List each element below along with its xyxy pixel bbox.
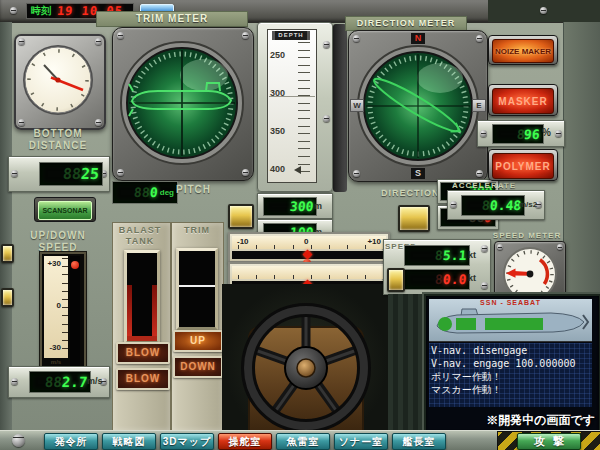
- center-divider-strip: [333, 24, 347, 192]
- speed-target-unit: kt: [468, 273, 476, 283]
- depth-target-marker: [294, 166, 301, 174]
- bottom-distance-title: BOTTOM DISTANCE: [8, 128, 108, 152]
- depth-tick-400: 400: [270, 164, 294, 174]
- noize-maker-button[interactable]: NOIZE MAKER: [488, 35, 558, 65]
- submarine-diagram: SSN - SEABAT: [429, 299, 592, 342]
- ballast-title-line1: BALAST: [114, 225, 166, 236]
- updown-speed-gauge: +30 0 -30 m/s: [40, 252, 86, 376]
- trim-meter-scope: [118, 39, 246, 167]
- bottom-distance-title-line2: DISTANCE: [8, 140, 108, 152]
- percent-value: 96: [524, 127, 541, 142]
- screw: [476, 35, 483, 42]
- attack-button-label: 攻撃: [534, 435, 572, 447]
- bottom-distance-panel: 8825: [8, 156, 110, 192]
- speed-target-value: 0.0: [442, 272, 467, 287]
- nav-tab-label: ソナー室: [339, 436, 383, 447]
- screw: [323, 41, 330, 48]
- pitch-label: PITCH: [176, 184, 226, 196]
- log-line: ポリマー作動！: [431, 370, 590, 383]
- accelerate-lcd: 80.48: [461, 195, 525, 216]
- pitch-unit: deg: [160, 188, 174, 197]
- accelerate-panel: 80.48 m/s2: [447, 190, 545, 220]
- screw: [12, 434, 25, 447]
- trim-up-button[interactable]: UP: [173, 330, 223, 352]
- depth-set-button[interactable]: [228, 204, 254, 229]
- speed-set-button[interactable]: [387, 268, 405, 292]
- compass-s: S: [415, 168, 421, 178]
- nav-tab-captain-room[interactable]: 艦長室: [392, 433, 446, 450]
- nav-tab-label: 操舵室: [229, 436, 262, 447]
- steering-wheel[interactable]: [222, 284, 390, 430]
- depth-tick-300: 300: [270, 88, 294, 98]
- scansonar-button[interactable]: SCANSONAR: [34, 197, 96, 222]
- screw: [323, 115, 330, 122]
- depth-scale: DEPTH 250 300 350 400: [267, 29, 317, 183]
- top-bar: 時刻 19 10 05 REAL: [0, 0, 600, 23]
- message-log[interactable]: V-nav. disengage V-nav. engage 100.00000…: [429, 343, 592, 407]
- wheel-area: [222, 284, 390, 430]
- accelerate-unit: m/s2: [519, 200, 537, 209]
- nav-tab-3d-map[interactable]: 3Dマップ: [160, 433, 214, 450]
- attack-button[interactable]: 攻撃: [517, 433, 581, 450]
- updown-speed-unit: m/s: [87, 376, 103, 386]
- depth-current-lcd: 300: [263, 197, 317, 216]
- screw: [11, 170, 18, 177]
- percent-unit: %: [542, 127, 551, 138]
- updown-title-line1: UP/DOWN: [8, 230, 108, 242]
- compass-n: N: [415, 33, 422, 43]
- noize-maker-label: NOIZE MAKER: [495, 47, 551, 56]
- updown-indicator: [71, 261, 79, 269]
- console-side-panel: [388, 294, 424, 430]
- polymer-button[interactable]: POLYMER: [488, 149, 558, 181]
- screw: [450, 201, 457, 208]
- screw: [353, 170, 360, 177]
- bottom-nav-bar: 発令所 戦略図 3Dマップ 操舵室 魚雷室 ソナー室 艦長室 攻撃: [0, 430, 600, 450]
- blow-button-2[interactable]: BLOW: [116, 368, 170, 390]
- time-label: 時刻: [31, 4, 51, 18]
- updown-scale-bottom: -30: [44, 343, 61, 352]
- compass-e-tab: E: [472, 99, 486, 112]
- updown-scale-unit: m/s: [44, 359, 68, 365]
- nav-tab-helm-room[interactable]: 操舵室: [218, 433, 272, 450]
- screw: [480, 130, 487, 137]
- depth-current-unit: m: [314, 201, 322, 211]
- screw: [18, 119, 25, 126]
- compass-w-tab: W: [350, 99, 364, 112]
- screw: [353, 35, 360, 42]
- nav-tab-label: 発令所: [55, 436, 88, 447]
- screw: [117, 32, 124, 39]
- masker-button[interactable]: MASKER: [488, 84, 558, 116]
- submarine-side-view: [431, 307, 591, 339]
- updown-speed-lcd: 882.7: [29, 371, 91, 393]
- message-console: SSN - SEABAT V-nav. disengage V-nav. eng…: [424, 294, 600, 434]
- blow-button-1[interactable]: BLOW: [116, 342, 170, 364]
- nav-tab-sonar-room[interactable]: ソナー室: [334, 433, 388, 450]
- speed-current-unit: kt: [468, 250, 476, 260]
- nav-tab-torpedo-room[interactable]: 魚雷室: [276, 433, 330, 450]
- analog-clock: [20, 42, 96, 118]
- trim-meter-title: TRIM METER: [96, 11, 248, 27]
- screw: [117, 169, 124, 176]
- screw: [242, 169, 249, 176]
- direction-set-button[interactable]: [398, 205, 430, 232]
- blow-button-1-label: BLOW: [126, 347, 161, 358]
- rudder-scale-left: -10: [237, 237, 249, 246]
- screw: [95, 119, 102, 126]
- direction-meter-title: DIRECTION METER: [345, 16, 467, 31]
- trim-down-button[interactable]: DOWN: [173, 356, 223, 378]
- nav-tab-label: 戦略図: [113, 436, 146, 447]
- bottom-distance-value: 25: [80, 165, 100, 183]
- side-knob[interactable]: [1, 288, 14, 307]
- compass-scope: [355, 43, 481, 169]
- nav-tab-command-room[interactable]: 発令所: [44, 433, 98, 450]
- percent-lcd: 896: [492, 124, 544, 144]
- trim-title: TRIM: [173, 225, 221, 236]
- trim-meter-gauge: [112, 27, 254, 181]
- updown-scale: +30 0 -30 m/s: [44, 256, 68, 358]
- screw: [481, 282, 488, 289]
- nav-tab-strategy-map[interactable]: 戦略図: [102, 433, 156, 450]
- screw: [481, 245, 488, 252]
- trim-tank-indicator: [176, 248, 218, 330]
- direction-meter-gauge: N S W E: [348, 30, 488, 182]
- ship-name: SSN - SEABAT: [429, 299, 592, 306]
